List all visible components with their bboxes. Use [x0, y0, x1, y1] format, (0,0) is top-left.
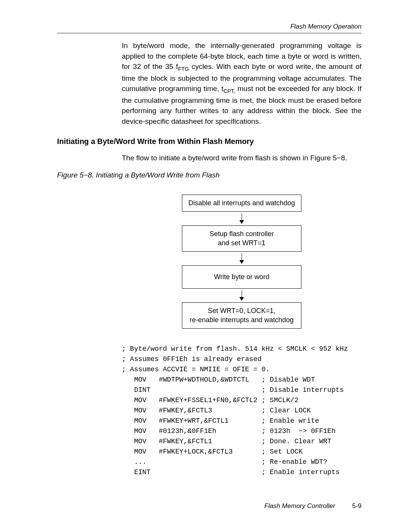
flow-box-2b: and set WRT=1: [218, 239, 265, 247]
p1-sub1: FTG: [178, 66, 189, 72]
section-heading: Initiating a Byte/Word Write from Within…: [57, 137, 362, 146]
flow-box-1: Disable all interrupts and watchdog: [182, 195, 301, 212]
running-head: Flash Memory Operation: [57, 23, 362, 30]
paragraph-2: The flow to initiate a byte/word write f…: [122, 153, 362, 163]
flow-box-3: Write byte or word: [182, 265, 301, 289]
footer-title: Flash Memory Controller: [264, 502, 335, 510]
arrow-icon: [239, 213, 244, 224]
arrow-icon: [239, 290, 244, 301]
footer-page-number: 5-9: [352, 502, 362, 510]
flowchart: Disable all interrupts and watchdog Setu…: [122, 195, 362, 329]
flow-box-2a: Setup flash controller: [209, 230, 274, 238]
figure-caption: Figure 5−8. Initiating a Byte/Word Write…: [57, 171, 362, 179]
flow-box-4: Set WRT=0, LOCK=1, re-enable interrupts …: [182, 302, 301, 329]
flow-box-4b: re-enable interrupts and watchdog: [190, 316, 293, 324]
header-rule: [57, 33, 362, 34]
arrow-icon: [239, 253, 244, 264]
paragraph-1: In byte/word mode, the internally-genera…: [122, 40, 362, 126]
page: Flash Memory Operation In byte/word mode…: [0, 0, 411, 532]
flow-box-4a: Set WRT=0, LOCK=1,: [208, 307, 276, 315]
flow-box-2: Setup flash controller and set WRT=1: [182, 225, 301, 252]
section-body: The flow to initiate a byte/word write f…: [122, 153, 362, 163]
page-footer: Flash Memory Controller 5-9: [264, 502, 362, 510]
intro-block: In byte/word mode, the internally-genera…: [122, 40, 362, 126]
p1-sub2: CPT,: [223, 88, 235, 94]
code-listing: ; Byte/word write from flash. 514 kHz < …: [122, 344, 362, 478]
